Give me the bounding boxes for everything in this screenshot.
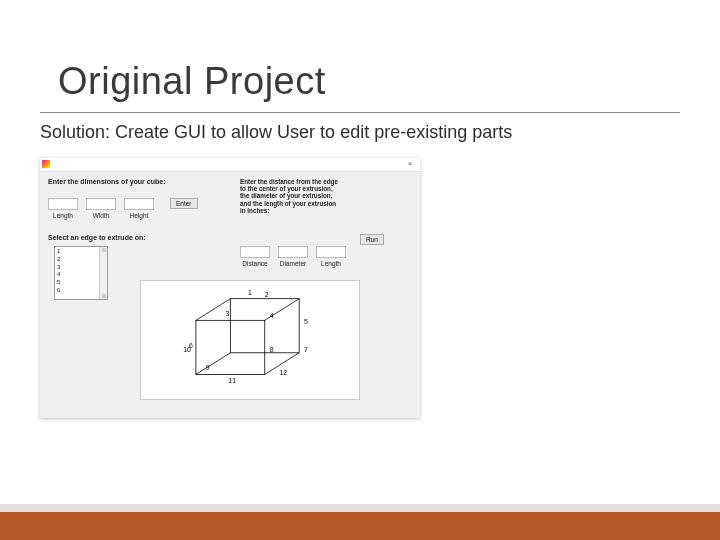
list-item[interactable]: 5 [57, 279, 105, 287]
edge-num: 2 [265, 291, 269, 298]
edge-num: 1 [248, 289, 252, 296]
edge-num: 11 [228, 377, 236, 384]
list-item[interactable]: 2 [57, 256, 105, 264]
extrusion-instruction-label: Enter the distance from the edge to the … [240, 178, 340, 214]
length-label: Length [53, 212, 73, 219]
length-input[interactable] [48, 198, 78, 210]
edge-num: 8 [270, 346, 274, 353]
svg-line-4 [196, 353, 230, 375]
title-divider [40, 112, 680, 113]
distance-field-group: Distance [240, 246, 270, 267]
list-item[interactable]: 3 [57, 264, 105, 272]
width-label: Width [93, 212, 110, 219]
ext-length-input[interactable] [316, 246, 346, 258]
diameter-field-group: Diameter [278, 246, 308, 267]
run-button[interactable]: Run [360, 234, 384, 245]
footer-accent-bar [0, 512, 720, 540]
list-item[interactable]: 1 [57, 248, 105, 256]
edge-select-label: Select an edge to extrude on: [48, 234, 146, 241]
cube-dimensions-label: Enter the dimensions of your cube: [48, 178, 198, 185]
edge-num: 5 [304, 318, 308, 325]
slide-subtitle: Solution: Create GUI to allow User to ed… [40, 122, 512, 143]
close-icon[interactable]: × [402, 158, 418, 170]
gui-titlebar: × [40, 158, 420, 172]
edge-num: 12 [280, 369, 288, 376]
list-item[interactable]: 6 [57, 287, 105, 295]
gui-window: × Enter the dimensions of your cube: Ent… [40, 158, 420, 418]
scrollbar[interactable] [99, 247, 107, 299]
edge-num: 9 [206, 364, 210, 371]
edge-num: 10 [183, 346, 191, 353]
width-field-group: Width [86, 198, 116, 219]
footer-accent-light [0, 504, 720, 512]
height-field-group: Height [124, 198, 154, 219]
height-input[interactable] [124, 198, 154, 210]
edge-num: 3 [225, 310, 229, 317]
width-input[interactable] [86, 198, 116, 210]
length-field-group: Length [48, 198, 78, 219]
slide-title: Original Project [58, 60, 326, 103]
diameter-label: Diameter [280, 260, 306, 267]
distance-input[interactable] [240, 246, 270, 258]
app-icon [42, 160, 50, 168]
distance-label: Distance [242, 260, 267, 267]
gui-body: Enter the dimensions of your cube: Enter… [40, 172, 420, 418]
cube-diagram-panel: 1 2 3 4 5 6 7 8 9 10 11 12 [140, 280, 360, 400]
edge-listbox[interactable]: 1 2 3 4 5 6 [54, 246, 108, 300]
height-label: Height [130, 212, 149, 219]
ext-length-label: Length [321, 260, 341, 267]
edge-num: 7 [304, 346, 308, 353]
ext-length-field-group: Length [316, 246, 346, 267]
edge-num: 4 [270, 312, 274, 319]
cube-diagram: 1 2 3 4 5 6 7 8 9 10 11 12 [141, 281, 359, 399]
cube-dim-fields: Length Width Height [48, 198, 154, 219]
diameter-input[interactable] [278, 246, 308, 258]
enter-button[interactable]: Enter [170, 198, 198, 209]
list-item[interactable]: 4 [57, 271, 105, 279]
extrusion-fields: Distance Diameter Length [240, 246, 346, 267]
